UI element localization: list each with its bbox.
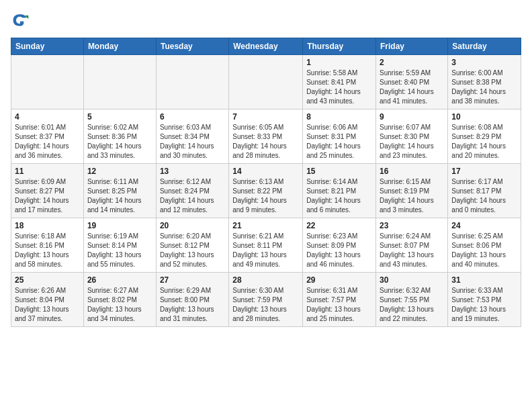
calendar-cell: 12Sunrise: 6:11 AM Sunset: 8:25 PM Dayli… (83, 164, 156, 218)
day-header-tuesday: Tuesday (156, 38, 228, 55)
day-info: Sunrise: 6:26 AM Sunset: 8:04 PM Dayligh… (15, 286, 80, 324)
logo (11, 11, 32, 30)
day-header-saturday: Saturday (448, 38, 521, 55)
calendar-cell: 27Sunrise: 6:29 AM Sunset: 8:00 PM Dayli… (156, 273, 228, 327)
day-info: Sunrise: 6:29 AM Sunset: 8:00 PM Dayligh… (160, 286, 225, 324)
day-number: 7 (232, 112, 299, 122)
calendar-cell: 29Sunrise: 6:31 AM Sunset: 7:57 PM Dayli… (303, 273, 376, 327)
day-info: Sunrise: 6:09 AM Sunset: 8:27 PM Dayligh… (15, 177, 80, 215)
calendar-cell: 31Sunrise: 6:33 AM Sunset: 7:53 PM Dayli… (448, 273, 521, 327)
day-number: 29 (306, 275, 372, 285)
day-header-sunday: Sunday (11, 38, 84, 55)
day-number: 23 (380, 221, 444, 230)
day-info: Sunrise: 6:23 AM Sunset: 8:09 PM Dayligh… (306, 232, 372, 269)
day-header-thursday: Thursday (303, 38, 376, 55)
calendar-cell: 20Sunrise: 6:20 AM Sunset: 8:12 PM Dayli… (156, 218, 228, 273)
day-info: Sunrise: 6:24 AM Sunset: 8:07 PM Dayligh… (380, 232, 444, 269)
day-info: Sunrise: 6:11 AM Sunset: 8:25 PM Dayligh… (87, 177, 152, 215)
calendar-cell: 6Sunrise: 6:03 AM Sunset: 8:34 PM Daylig… (156, 109, 228, 164)
calendar-cell: 17Sunrise: 6:17 AM Sunset: 8:17 PM Dayli… (448, 164, 521, 218)
day-number: 24 (451, 221, 517, 230)
calendar-cell: 21Sunrise: 6:21 AM Sunset: 8:11 PM Dayli… (229, 218, 303, 273)
calendar-cell: 2Sunrise: 5:59 AM Sunset: 8:40 PM Daylig… (376, 55, 448, 109)
calendar-cell (156, 55, 228, 109)
day-info: Sunrise: 6:02 AM Sunset: 8:36 PM Dayligh… (87, 123, 152, 161)
day-number: 27 (160, 275, 225, 285)
day-info: Sunrise: 6:31 AM Sunset: 7:57 PM Dayligh… (306, 286, 372, 324)
day-info: Sunrise: 6:03 AM Sunset: 8:34 PM Dayligh… (160, 123, 225, 161)
day-number: 18 (15, 221, 80, 230)
day-number: 30 (380, 275, 444, 285)
calendar-cell (229, 55, 303, 109)
calendar-cell: 25Sunrise: 6:26 AM Sunset: 8:04 PM Dayli… (11, 273, 84, 327)
calendar-cell: 7Sunrise: 6:05 AM Sunset: 8:33 PM Daylig… (229, 109, 303, 164)
calendar-cell: 24Sunrise: 6:25 AM Sunset: 8:06 PM Dayli… (448, 218, 521, 273)
calendar-cell: 15Sunrise: 6:14 AM Sunset: 8:21 PM Dayli… (303, 164, 376, 218)
calendar-cell (11, 55, 84, 109)
calendar-cell: 16Sunrise: 6:15 AM Sunset: 8:19 PM Dayli… (376, 164, 448, 218)
day-number: 14 (232, 167, 299, 176)
calendar-week-row: 11Sunrise: 6:09 AM Sunset: 8:27 PM Dayli… (11, 164, 521, 218)
calendar-week-row: 4Sunrise: 6:01 AM Sunset: 8:37 PM Daylig… (11, 109, 521, 164)
day-number: 13 (160, 167, 225, 176)
page-header (11, 11, 521, 30)
day-info: Sunrise: 6:19 AM Sunset: 8:14 PM Dayligh… (87, 232, 152, 269)
day-number: 12 (87, 167, 152, 176)
day-info: Sunrise: 6:21 AM Sunset: 8:11 PM Dayligh… (232, 232, 299, 269)
day-number: 19 (87, 221, 152, 230)
calendar-cell: 28Sunrise: 6:30 AM Sunset: 7:59 PM Dayli… (229, 273, 303, 327)
calendar-cell: 23Sunrise: 6:24 AM Sunset: 8:07 PM Dayli… (376, 218, 448, 273)
day-info: Sunrise: 6:17 AM Sunset: 8:17 PM Dayligh… (451, 177, 517, 215)
calendar-cell: 30Sunrise: 6:32 AM Sunset: 7:55 PM Dayli… (376, 273, 448, 327)
day-info: Sunrise: 6:27 AM Sunset: 8:02 PM Dayligh… (87, 286, 152, 324)
calendar-cell: 1Sunrise: 5:58 AM Sunset: 8:41 PM Daylig… (303, 55, 376, 109)
day-info: Sunrise: 6:15 AM Sunset: 8:19 PM Dayligh… (380, 177, 444, 215)
day-info: Sunrise: 6:01 AM Sunset: 8:37 PM Dayligh… (15, 123, 80, 161)
day-number: 3 (451, 58, 517, 67)
calendar-week-row: 18Sunrise: 6:18 AM Sunset: 8:16 PM Dayli… (11, 218, 521, 273)
day-info: Sunrise: 6:30 AM Sunset: 7:59 PM Dayligh… (232, 286, 299, 324)
calendar-cell: 4Sunrise: 6:01 AM Sunset: 8:37 PM Daylig… (11, 109, 84, 164)
day-number: 9 (380, 112, 444, 122)
day-number: 22 (306, 221, 372, 230)
day-header-monday: Monday (83, 38, 156, 55)
day-info: Sunrise: 6:06 AM Sunset: 8:31 PM Dayligh… (306, 123, 372, 161)
calendar-week-row: 1Sunrise: 5:58 AM Sunset: 8:41 PM Daylig… (11, 55, 521, 109)
calendar-cell: 14Sunrise: 6:13 AM Sunset: 8:22 PM Dayli… (229, 164, 303, 218)
day-header-friday: Friday (376, 38, 448, 55)
calendar-cell (83, 55, 156, 109)
day-number: 1 (306, 58, 372, 67)
day-number: 6 (160, 112, 225, 122)
calendar-cell: 18Sunrise: 6:18 AM Sunset: 8:16 PM Dayli… (11, 218, 84, 273)
day-info: Sunrise: 5:59 AM Sunset: 8:40 PM Dayligh… (380, 68, 444, 106)
day-number: 26 (87, 275, 152, 285)
day-info: Sunrise: 6:25 AM Sunset: 8:06 PM Dayligh… (451, 232, 517, 269)
day-number: 21 (232, 221, 299, 230)
day-number: 4 (15, 112, 80, 122)
calendar-week-row: 25Sunrise: 6:26 AM Sunset: 8:04 PM Dayli… (11, 273, 521, 327)
calendar-cell: 13Sunrise: 6:12 AM Sunset: 8:24 PM Dayli… (156, 164, 228, 218)
day-info: Sunrise: 6:20 AM Sunset: 8:12 PM Dayligh… (160, 232, 225, 269)
day-info: Sunrise: 6:05 AM Sunset: 8:33 PM Dayligh… (232, 123, 299, 161)
calendar-cell: 5Sunrise: 6:02 AM Sunset: 8:36 PM Daylig… (83, 109, 156, 164)
day-header-wednesday: Wednesday (229, 38, 303, 55)
calendar-cell: 9Sunrise: 6:07 AM Sunset: 8:30 PM Daylig… (376, 109, 448, 164)
day-number: 28 (232, 275, 299, 285)
calendar-cell: 26Sunrise: 6:27 AM Sunset: 8:02 PM Dayli… (83, 273, 156, 327)
day-number: 17 (451, 167, 517, 176)
day-number: 2 (380, 58, 444, 67)
calendar-header-row: SundayMondayTuesdayWednesdayThursdayFrid… (11, 38, 521, 55)
day-info: Sunrise: 6:18 AM Sunset: 8:16 PM Dayligh… (15, 232, 80, 269)
calendar-cell: 22Sunrise: 6:23 AM Sunset: 8:09 PM Dayli… (303, 218, 376, 273)
calendar-cell: 10Sunrise: 6:08 AM Sunset: 8:29 PM Dayli… (448, 109, 521, 164)
day-number: 20 (160, 221, 225, 230)
day-number: 16 (380, 167, 444, 176)
day-info: Sunrise: 5:58 AM Sunset: 8:41 PM Dayligh… (306, 68, 372, 106)
day-number: 5 (87, 112, 152, 122)
day-info: Sunrise: 6:00 AM Sunset: 8:38 PM Dayligh… (451, 68, 517, 106)
day-info: Sunrise: 6:14 AM Sunset: 8:21 PM Dayligh… (306, 177, 372, 215)
day-number: 10 (451, 112, 517, 122)
day-number: 15 (306, 167, 372, 176)
day-number: 25 (15, 275, 80, 285)
day-info: Sunrise: 6:07 AM Sunset: 8:30 PM Dayligh… (380, 123, 444, 161)
